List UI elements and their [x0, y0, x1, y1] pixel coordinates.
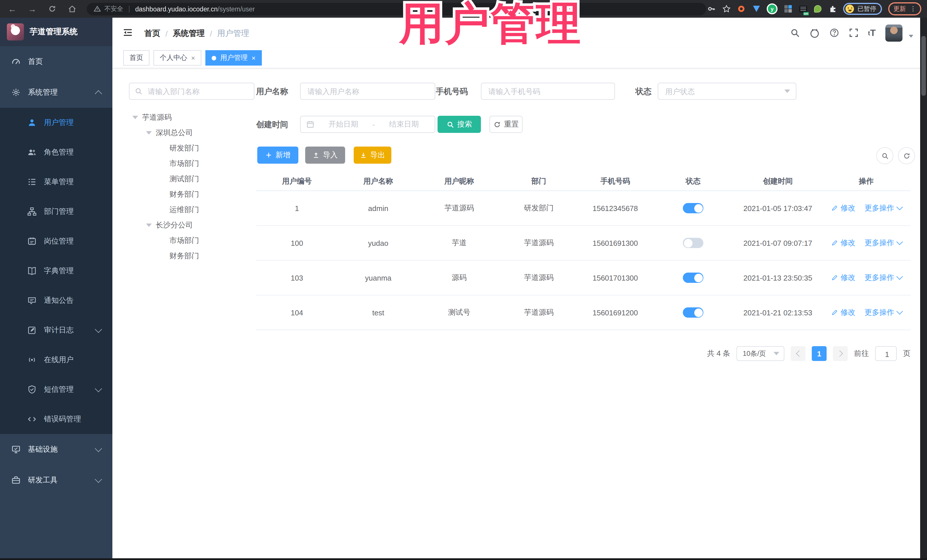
user-avatar[interactable] — [885, 24, 903, 41]
tree-node-dept[interactable]: 研发部门 — [129, 140, 254, 156]
date-end-placeholder[interactable]: 结束日期 — [379, 119, 429, 129]
reset-button[interactable]: 重置 — [489, 116, 523, 133]
breadcrumb-home[interactable]: 首页 — [144, 29, 160, 39]
username-input[interactable] — [306, 87, 429, 96]
more-actions-link[interactable]: 更多操作 — [865, 307, 894, 318]
breadcrumb-section[interactable]: 系统管理 — [173, 29, 205, 39]
github-icon[interactable] — [809, 28, 819, 38]
status-select-input[interactable] — [664, 87, 780, 96]
search-icon[interactable] — [790, 28, 799, 38]
chevron-down-icon[interactable] — [896, 308, 903, 315]
scrollbar-thumb[interactable] — [921, 36, 926, 96]
goto-page-field[interactable] — [875, 346, 897, 361]
tree-node-dept[interactable]: 测试部门 — [129, 171, 254, 187]
forward-icon[interactable]: → — [28, 5, 36, 13]
chevron-down-icon[interactable] — [896, 273, 903, 280]
mobile-input[interactable] — [487, 87, 609, 96]
caret-icon[interactable] — [132, 115, 138, 119]
bookmark-star-icon[interactable] — [722, 5, 731, 13]
close-icon[interactable]: × — [191, 54, 195, 62]
dept-search-box[interactable] — [129, 83, 254, 100]
sidebar-item-audit-log[interactable]: 审计日志 — [0, 316, 112, 345]
caret-icon[interactable] — [146, 223, 152, 227]
extensions-puzzle-icon[interactable] — [828, 5, 837, 13]
browser-profile-chip[interactable]: 已暂停 — [843, 3, 882, 15]
extension-leaf-icon[interactable] — [813, 5, 822, 13]
key-icon[interactable] — [707, 5, 716, 13]
sidebar-item-errorcode-mgmt[interactable]: 错误码管理 — [0, 404, 112, 434]
tree-node-dept[interactable]: 财务部门 — [129, 187, 254, 202]
tree-node-root[interactable]: 芋道源码 — [129, 109, 254, 125]
tree-node-company[interactable]: 深圳总公司 — [129, 125, 254, 140]
date-start-placeholder[interactable]: 开始日期 — [318, 119, 369, 129]
add-button[interactable]: 新增 — [257, 147, 298, 164]
extension-grid-icon[interactable] — [784, 5, 792, 13]
sidebar-item-post-mgmt[interactable]: 岗位管理 — [0, 226, 112, 256]
extension-y-icon[interactable]: y — [767, 3, 778, 14]
tree-node-branch[interactable]: 长沙分公司 — [129, 217, 254, 233]
page-size-select[interactable] — [737, 346, 784, 361]
page-size-value[interactable] — [742, 349, 771, 358]
next-page-button[interactable] — [833, 346, 848, 361]
status-toggle[interactable] — [683, 307, 704, 318]
page-1-button[interactable]: 1 — [812, 346, 827, 361]
sidebar-item-user-mgmt[interactable]: 用户管理 — [0, 108, 112, 137]
caret-icon[interactable] — [146, 131, 152, 134]
sidebar-item-dict-mgmt[interactable]: 字典管理 — [0, 256, 112, 286]
sidebar-item-system[interactable]: 系统管理 — [0, 77, 112, 108]
username-field[interactable] — [300, 83, 435, 100]
browser-scrollbar[interactable] — [920, 18, 927, 560]
more-actions-link[interactable]: 更多操作 — [865, 238, 894, 248]
edit-link[interactable]: 修改 — [840, 307, 856, 318]
extension-orange-icon[interactable] — [737, 5, 746, 13]
status-select[interactable] — [658, 83, 796, 100]
sidebar-item-notice[interactable]: 通知公告 — [0, 286, 112, 316]
edit-link[interactable]: 修改 — [840, 238, 856, 248]
tree-node-dept[interactable]: 运维部门 — [129, 202, 254, 217]
extension-tampermonkey-icon[interactable]: on — [799, 5, 807, 13]
menu-kebab-icon[interactable]: ⋮ — [910, 6, 916, 12]
chevron-down-icon[interactable] — [896, 204, 903, 211]
sidebar-item-menu-mgmt[interactable]: 菜单管理 — [0, 167, 112, 197]
browser-update-button[interactable]: 更新 ⋮ — [888, 2, 921, 15]
tree-node-dept[interactable]: 财务部门 — [129, 248, 254, 264]
edit-link[interactable]: 修改 — [840, 273, 856, 283]
app-logo[interactable]: 芋道管理系统 — [0, 18, 112, 46]
avatar-caret-icon[interactable] — [909, 35, 913, 38]
status-toggle[interactable] — [683, 273, 704, 283]
refresh-table-button[interactable] — [898, 147, 915, 164]
help-icon[interactable] — [829, 28, 839, 38]
toggle-search-button[interactable] — [876, 147, 894, 164]
prev-page-button[interactable] — [791, 346, 805, 361]
fullscreen-icon[interactable] — [849, 28, 858, 38]
status-toggle[interactable] — [683, 203, 704, 213]
status-toggle[interactable] — [683, 238, 704, 248]
tab-home[interactable]: 首页 — [123, 50, 149, 65]
export-button[interactable]: 导出 — [354, 147, 391, 164]
home-icon[interactable] — [68, 5, 76, 13]
close-icon[interactable]: × — [252, 54, 255, 62]
sidebar-item-dept-mgmt[interactable]: 部门管理 — [0, 197, 112, 226]
mobile-field[interactable] — [481, 83, 615, 100]
sidebar-item-home[interactable]: 首页 — [0, 46, 112, 77]
tree-node-dept[interactable]: 市场部门 — [129, 233, 254, 248]
more-actions-link[interactable]: 更多操作 — [865, 203, 894, 213]
tree-node-dept[interactable]: 市场部门 — [129, 156, 254, 171]
search-button[interactable]: 搜索 — [438, 116, 481, 133]
import-button[interactable]: 导入 — [305, 147, 345, 164]
sidebar-item-online-users[interactable]: 在线用户 — [0, 345, 112, 375]
tab-user-mgmt[interactable]: 用户管理 × — [205, 50, 262, 65]
sidebar-item-infra[interactable]: 基础设施 — [0, 434, 112, 465]
sidebar-item-dev-tools[interactable]: 研发工具 — [0, 465, 112, 496]
edit-link[interactable]: 修改 — [840, 203, 856, 213]
reload-icon[interactable] — [48, 5, 56, 13]
sidebar-item-role-mgmt[interactable]: 角色管理 — [0, 137, 112, 167]
sidebar-item-sms-mgmt[interactable]: 短信管理 — [0, 375, 112, 404]
dept-search-input[interactable] — [147, 87, 249, 96]
sidebar-collapse-icon[interactable] — [123, 28, 133, 37]
goto-page-input[interactable] — [876, 347, 898, 361]
back-icon[interactable]: ← — [8, 5, 17, 13]
extension-gem-icon[interactable] — [752, 5, 760, 13]
tab-profile[interactable]: 个人中心 × — [153, 50, 201, 65]
address-bar[interactable]: 不安全 dashboard.yudao.iocoder.cn/system/us… — [87, 3, 706, 15]
